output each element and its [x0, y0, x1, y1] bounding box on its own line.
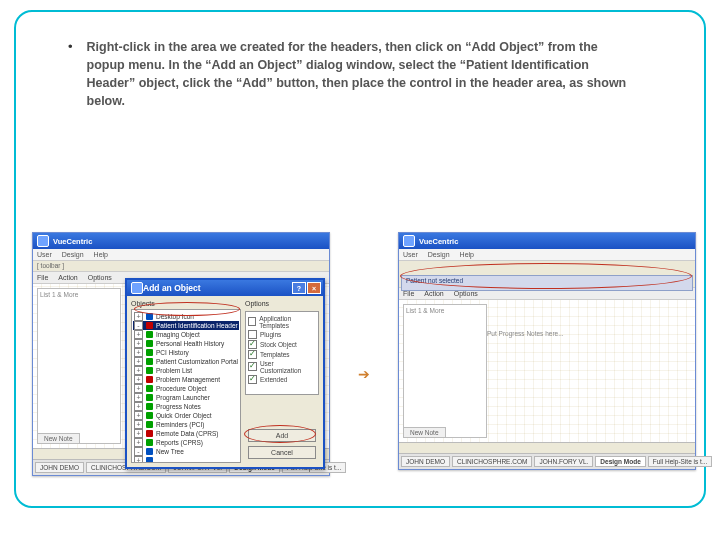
tree-item[interactable]: +Problem List [133, 366, 239, 375]
objects-tree[interactable]: +Desktop Icon-Patient Identification Hea… [131, 309, 241, 463]
tab-user[interactable]: JOHN.FORY VL. [534, 456, 593, 467]
expand-icon[interactable]: + [134, 312, 143, 321]
menu-design[interactable]: Design [62, 251, 84, 258]
tree-item[interactable]: +Quick Order Object [133, 411, 239, 420]
tree-item[interactable]: +Progress Notes [133, 402, 239, 411]
tree-node-icon [146, 367, 153, 374]
expand-icon[interactable]: + [134, 456, 143, 463]
tree-node-icon [146, 358, 153, 365]
option-row[interactable]: Application Templates [248, 314, 316, 329]
expand-icon[interactable]: + [134, 348, 143, 357]
tree-item-label: Patient Customization Portal [156, 358, 238, 365]
tree-item-label: Patient Identification Header [156, 322, 238, 329]
toolbar-strip: [ toolbar ] [33, 261, 329, 272]
tree-item[interactable]: +Program Launcher [133, 393, 239, 402]
toolbar-action[interactable]: Action [424, 290, 443, 297]
tree-item-label: PCI History [156, 349, 189, 356]
patient-id-header[interactable]: Patient not selected [401, 275, 693, 291]
option-row[interactable]: Plugins [248, 329, 316, 339]
toolbar-label: [ toolbar ] [33, 262, 64, 269]
help-icon[interactable]: ? [292, 282, 306, 294]
toolbar-action[interactable]: Action [58, 274, 77, 281]
tree-item[interactable]: +Remote Data (CPRS) [133, 429, 239, 438]
header-area[interactable]: Patient not selected [399, 261, 695, 288]
design-canvas[interactable]: List 1 & More Add an Object ? × Objects [33, 284, 329, 448]
tab-demo[interactable]: JOHN DEMO [401, 456, 450, 467]
menu-user[interactable]: User [37, 251, 52, 258]
design-canvas[interactable]: List 1 & More Put Progress Notes here...… [399, 300, 695, 442]
tree-item[interactable]: +Reports (CPRS) [133, 438, 239, 447]
menu-user[interactable]: User [403, 251, 418, 258]
option-row[interactable]: Stock Object [248, 339, 316, 349]
tree-item[interactable]: -Patient Identification Header [133, 321, 239, 330]
toolbar-options[interactable]: Options [88, 274, 112, 281]
tree-item-label: Program Launcher [156, 394, 210, 401]
tree-node-icon [146, 430, 153, 437]
expand-icon[interactable]: + [134, 375, 143, 384]
expand-icon[interactable]: + [134, 420, 143, 429]
cancel-button[interactable]: Cancel [248, 446, 316, 459]
option-label: Extended [260, 376, 287, 383]
tree-item-label: Reminders (PCI) [156, 421, 204, 428]
screenshot-right: VueCentric User Design Help Patient not … [398, 232, 696, 470]
menu-help[interactable]: Help [94, 251, 108, 258]
tree-item[interactable]: +... [133, 456, 239, 463]
tree-item[interactable]: +Procedure Object [133, 384, 239, 393]
tree-node-icon [146, 349, 153, 356]
tree-item[interactable]: +Personal Health History [133, 339, 239, 348]
tab-host[interactable]: CLINICHOSPHRE.COM [452, 456, 532, 467]
tree-item[interactable]: +Imaging Object [133, 330, 239, 339]
expand-icon[interactable]: + [134, 384, 143, 393]
option-row[interactable]: Extended [248, 374, 316, 384]
tree-item-label: Procedure Object [156, 385, 207, 392]
tree-item[interactable]: +Patient Customization Portal [133, 357, 239, 366]
expand-icon[interactable]: + [134, 411, 143, 420]
checkbox-icon[interactable] [248, 362, 257, 371]
toolbar-file[interactable]: File [403, 290, 414, 297]
new-note-button[interactable]: New Note [403, 427, 446, 438]
expand-icon[interactable]: - [134, 447, 143, 456]
expand-icon[interactable]: + [134, 438, 143, 447]
expand-icon[interactable]: + [134, 366, 143, 375]
add-object-dialog: Add an Object ? × Objects +Desktop Icon-… [125, 278, 325, 469]
expand-icon[interactable]: + [134, 402, 143, 411]
new-note-button[interactable]: New Note [37, 433, 80, 444]
close-icon[interactable]: × [307, 282, 321, 294]
checkbox-icon[interactable] [248, 350, 257, 359]
tab-help[interactable]: Full Help-Site is t... [648, 456, 713, 467]
tree-item[interactable]: +Reminders (PCI) [133, 420, 239, 429]
tree-item[interactable]: +Desktop Icon [133, 312, 239, 321]
bullet-dot: • [68, 38, 73, 110]
expand-icon[interactable]: + [134, 330, 143, 339]
option-row[interactable]: Templates [248, 349, 316, 359]
option-label: Templates [260, 351, 290, 358]
menu-help[interactable]: Help [460, 251, 474, 258]
checkbox-icon[interactable] [248, 340, 257, 349]
status-bar [399, 442, 695, 453]
tree-item[interactable]: +Problem Management [133, 375, 239, 384]
tab-demo[interactable]: JOHN DEMO [35, 462, 84, 473]
tree-item-label: Progress Notes [156, 403, 201, 410]
tree-item[interactable]: +PCI History [133, 348, 239, 357]
tree-node-icon [146, 394, 153, 401]
add-button[interactable]: Add [248, 429, 316, 442]
expand-icon[interactable]: + [134, 339, 143, 348]
expand-icon[interactable]: - [134, 321, 143, 330]
toolbar-options[interactable]: Options [454, 290, 478, 297]
tree-item[interactable]: -New Tree [133, 447, 239, 456]
tree-item-label: Reports (CPRS) [156, 439, 203, 446]
checkbox-icon[interactable] [248, 317, 256, 326]
option-row[interactable]: User Customization [248, 359, 316, 374]
expand-icon[interactable]: + [134, 357, 143, 366]
tab-design-mode[interactable]: Design Mode [595, 456, 645, 467]
tree-node-icon [146, 439, 153, 446]
tree-node-icon [146, 403, 153, 410]
tree-node-icon [146, 412, 153, 419]
checkbox-icon[interactable] [248, 330, 257, 339]
expand-icon[interactable]: + [134, 429, 143, 438]
screenshot-left: VueCentric User Design Help [ toolbar ] … [32, 232, 330, 476]
expand-icon[interactable]: + [134, 393, 143, 402]
toolbar-file[interactable]: File [37, 274, 48, 281]
menu-design[interactable]: Design [428, 251, 450, 258]
checkbox-icon[interactable] [248, 375, 257, 384]
